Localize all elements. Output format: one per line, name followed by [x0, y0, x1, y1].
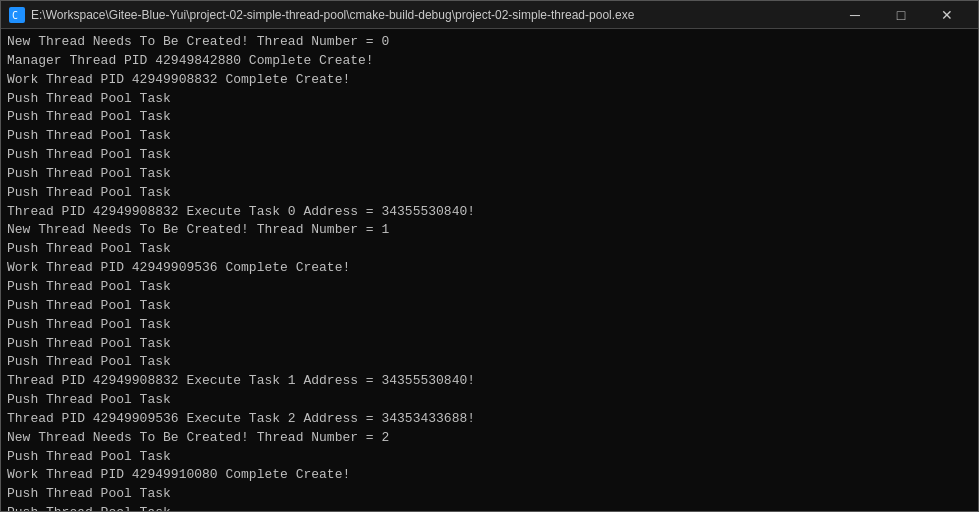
console-line: New Thread Needs To Be Created! Thread N… [7, 221, 972, 240]
console-line: Thread PID 42949908832 Execute Task 0 Ad… [7, 203, 972, 222]
console-line: Push Thread Pool Task [7, 278, 972, 297]
console-output: New Thread Needs To Be Created! Thread N… [1, 29, 978, 511]
console-line: Manager Thread PID 42949842880 Complete … [7, 52, 972, 71]
window-controls: ─ □ ✕ [832, 1, 970, 29]
console-line: Thread PID 42949908832 Execute Task 1 Ad… [7, 372, 972, 391]
title-text: E:\Workspace\Gitee-Blue-Yui\project-02-s… [31, 8, 824, 22]
close-button[interactable]: ✕ [924, 1, 970, 29]
maximize-button[interactable]: □ [878, 1, 924, 29]
console-line: Thread PID 42949909536 Execute Task 2 Ad… [7, 410, 972, 429]
console-line: Push Thread Pool Task [7, 316, 972, 335]
console-line: Push Thread Pool Task [7, 127, 972, 146]
minimize-button[interactable]: ─ [832, 1, 878, 29]
console-line: New Thread Needs To Be Created! Thread N… [7, 429, 972, 448]
console-line: Push Thread Pool Task [7, 391, 972, 410]
console-line: Push Thread Pool Task [7, 335, 972, 354]
console-line: Push Thread Pool Task [7, 165, 972, 184]
svg-text:C: C [12, 10, 18, 21]
console-line: Push Thread Pool Task [7, 108, 972, 127]
console-line: New Thread Needs To Be Created! Thread N… [7, 33, 972, 52]
console-line: Push Thread Pool Task [7, 485, 972, 504]
console-line: Push Thread Pool Task [7, 448, 972, 467]
console-line: Push Thread Pool Task [7, 504, 972, 511]
console-line: Push Thread Pool Task [7, 297, 972, 316]
main-window: C E:\Workspace\Gitee-Blue-Yui\project-02… [0, 0, 979, 512]
console-line: Push Thread Pool Task [7, 240, 972, 259]
app-icon: C [9, 7, 25, 23]
console-line: Push Thread Pool Task [7, 90, 972, 109]
console-line: Push Thread Pool Task [7, 184, 972, 203]
title-bar: C E:\Workspace\Gitee-Blue-Yui\project-02… [1, 1, 978, 29]
console-line: Push Thread Pool Task [7, 146, 972, 165]
console-line: Work Thread PID 42949909536 Complete Cre… [7, 259, 972, 278]
console-line: Work Thread PID 42949910080 Complete Cre… [7, 466, 972, 485]
console-line: Push Thread Pool Task [7, 353, 972, 372]
console-line: Work Thread PID 42949908832 Complete Cre… [7, 71, 972, 90]
